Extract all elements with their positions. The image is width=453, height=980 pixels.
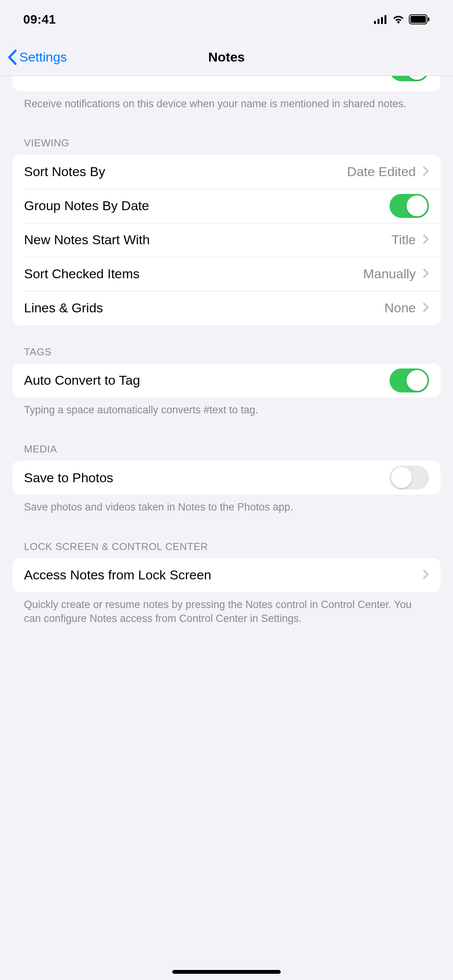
new-notes-start-with-value: Title: [391, 232, 416, 247]
chevron-right-icon: [423, 569, 429, 581]
sort-notes-by-value: Date Edited: [347, 164, 416, 179]
svg-rect-6: [428, 17, 429, 21]
tags-group: Auto Convert to Tag: [12, 363, 441, 397]
sort-notes-by-label: Sort Notes By: [24, 164, 105, 179]
cellular-icon: [374, 15, 388, 24]
media-footer: Save photos and videos taken in Notes to…: [0, 495, 453, 519]
battery-icon: [409, 14, 430, 24]
svg-rect-1: [378, 19, 379, 24]
wifi-icon: [392, 15, 405, 24]
svg-rect-3: [384, 15, 386, 24]
back-label: Settings: [19, 50, 67, 65]
lines-grids-label: Lines & Grids: [24, 300, 103, 315]
svg-rect-2: [381, 17, 383, 24]
lines-grids-value: None: [384, 300, 416, 315]
viewing-header: Viewing: [0, 116, 453, 154]
save-to-photos-label: Save to Photos: [24, 470, 113, 485]
lock-screen-group: Access Notes from Lock Screen: [12, 558, 441, 592]
save-to-photos-row[interactable]: Save to Photos: [12, 461, 441, 495]
group-by-date-toggle[interactable]: [390, 194, 429, 218]
viewing-group: Sort Notes By Date Edited Group Notes By…: [12, 155, 441, 325]
svg-rect-5: [410, 16, 426, 23]
mention-notifications-row[interactable]: Mention Notifications: [12, 76, 441, 91]
lines-grids-row[interactable]: Lines & Grids None: [12, 291, 441, 325]
scroll-content: Mention Notifications Receive notificati…: [0, 76, 453, 678]
new-notes-start-with-row[interactable]: New Notes Start With Title: [12, 223, 441, 257]
chevron-right-icon: [423, 268, 429, 280]
status-icons: [374, 14, 430, 24]
auto-convert-tag-row[interactable]: Auto Convert to Tag: [12, 363, 441, 397]
sort-checked-items-value: Manually: [363, 266, 416, 281]
lock-screen-footer: Quickly create or resume notes by pressi…: [0, 592, 453, 631]
sort-notes-by-row[interactable]: Sort Notes By Date Edited: [12, 155, 441, 189]
new-notes-start-with-label: New Notes Start With: [24, 232, 150, 247]
lock-screen-header: Lock Screen & Control Center: [0, 520, 453, 558]
group-by-date-label: Group Notes By Date: [24, 198, 149, 213]
auto-convert-tag-label: Auto Convert to Tag: [24, 373, 140, 388]
access-lock-screen-label: Access Notes from Lock Screen: [24, 567, 211, 583]
status-time: 09:41: [23, 12, 56, 27]
status-bar: 09:41: [0, 0, 453, 39]
save-to-photos-toggle[interactable]: [390, 466, 429, 490]
nav-bar: Settings Notes: [0, 39, 453, 76]
mention-notifications-toggle[interactable]: [390, 76, 429, 81]
chevron-right-icon: [423, 234, 429, 246]
mention-notifications-group: Mention Notifications: [12, 76, 441, 91]
back-button[interactable]: Settings: [7, 50, 67, 65]
chevron-right-icon: [423, 302, 429, 314]
chevron-right-icon: [423, 166, 429, 178]
sort-checked-items-row[interactable]: Sort Checked Items Manually: [12, 257, 441, 291]
tags-footer: Typing a space automatically converts #t…: [0, 397, 453, 422]
tags-header: Tags: [0, 325, 453, 363]
home-indicator[interactable]: [172, 970, 281, 974]
auto-convert-tag-toggle[interactable]: [390, 368, 429, 392]
access-lock-screen-row[interactable]: Access Notes from Lock Screen: [12, 558, 441, 592]
chevron-left-icon: [7, 50, 17, 65]
group-by-date-row[interactable]: Group Notes By Date: [12, 189, 441, 223]
sort-checked-items-label: Sort Checked Items: [24, 266, 140, 281]
svg-rect-0: [374, 21, 376, 24]
page-title: Notes: [208, 50, 245, 65]
media-group: Save to Photos: [12, 461, 441, 495]
media-header: Media: [0, 422, 453, 461]
mention-notifications-footer: Receive notifications on this device whe…: [0, 91, 453, 116]
